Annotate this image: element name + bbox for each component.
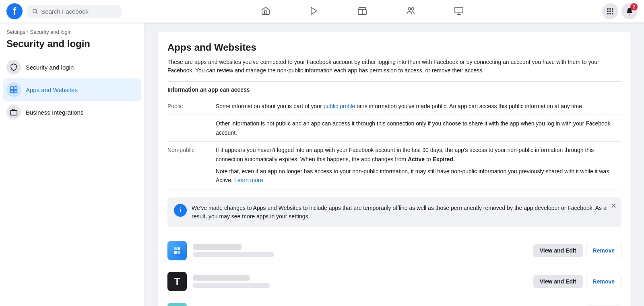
breadcrumb: Settings › Security and login bbox=[3, 29, 141, 35]
grid-icon bbox=[606, 7, 614, 15]
sidebar-item-apps-websites[interactable]: Apps and Websites bbox=[3, 78, 141, 101]
app-item-1: View and Edit Remove bbox=[167, 235, 621, 266]
groups-icon bbox=[406, 6, 415, 16]
sidebar-item-icon-business bbox=[6, 105, 21, 119]
sidebar-item-business[interactable]: Business Integrations bbox=[3, 101, 141, 123]
table-row-public: Public Some information about you is par… bbox=[167, 98, 621, 115]
public-text-before: Some information about you is part of yo… bbox=[216, 103, 324, 109]
app-info-2 bbox=[193, 275, 527, 288]
nonpublic-text-mid: to bbox=[425, 156, 432, 162]
info-banner-text: We've made changes to Apps and Websites … bbox=[192, 204, 615, 221]
remove-button-2[interactable]: Remove bbox=[586, 275, 621, 288]
sidebar-item-label-security: Security and login bbox=[26, 64, 74, 71]
app-actions-2: View and Edit Remove bbox=[533, 275, 621, 288]
divider-1 bbox=[167, 81, 621, 82]
gaming-icon bbox=[454, 6, 464, 16]
nav-marketplace[interactable] bbox=[338, 2, 386, 21]
svg-rect-10 bbox=[607, 8, 609, 10]
breadcrumb-current: Security and login bbox=[30, 29, 72, 35]
nonpublic-text-line2: Note that, even if an app no longer has … bbox=[216, 167, 621, 185]
page-description: These are apps and websites you've conne… bbox=[167, 58, 621, 75]
grid-menu-button[interactable] bbox=[602, 3, 618, 19]
sidebar-item-label-business: Business Integrations bbox=[26, 109, 83, 116]
notification-count: 2 bbox=[630, 3, 638, 10]
table-label-public: Public bbox=[167, 98, 216, 115]
learn-more-link[interactable]: Learn more bbox=[234, 177, 263, 183]
svg-rect-26 bbox=[178, 247, 180, 250]
app-list: View and Edit Remove T View and Edit bbox=[167, 235, 621, 306]
banner-close-button[interactable]: ✕ bbox=[611, 202, 617, 209]
search-bar[interactable] bbox=[26, 5, 122, 18]
app-icon-1-svg bbox=[171, 245, 183, 256]
table-row-other: Other information is not public and an a… bbox=[167, 115, 621, 142]
remove-button-1[interactable]: Remove bbox=[586, 244, 621, 257]
svg-line-1 bbox=[36, 12, 37, 14]
svg-rect-15 bbox=[612, 10, 613, 12]
search-icon bbox=[32, 8, 38, 14]
app-icon-1 bbox=[167, 241, 187, 260]
svg-rect-17 bbox=[609, 13, 611, 14]
notification-bell-button[interactable]: 2 bbox=[621, 3, 638, 19]
svg-rect-23 bbox=[10, 111, 17, 115]
svg-rect-24 bbox=[171, 245, 183, 256]
nonpublic-text-before: If it appears you haven't logged into an… bbox=[216, 147, 594, 162]
app-actions-1: View and Edit Remove bbox=[533, 244, 621, 257]
svg-rect-22 bbox=[14, 90, 17, 93]
app-info-1 bbox=[193, 244, 527, 257]
svg-point-6 bbox=[411, 8, 414, 10]
facebook-logo[interactable]: f bbox=[6, 3, 23, 19]
shield-icon bbox=[10, 63, 18, 71]
svg-rect-21 bbox=[10, 90, 14, 93]
nav-right: 2 bbox=[602, 3, 638, 19]
table-label-nonpublic: Non-public bbox=[167, 142, 216, 189]
sidebar-title: Security and login bbox=[3, 38, 141, 56]
breadcrumb-parent[interactable]: Settings bbox=[6, 29, 25, 35]
app-item-3: View and Edit Remove bbox=[167, 297, 621, 306]
content-card: Apps and Websites These are apps and web… bbox=[158, 32, 631, 306]
svg-rect-13 bbox=[607, 10, 609, 12]
svg-rect-20 bbox=[14, 87, 17, 90]
main-content: Apps and Websites These are apps and web… bbox=[145, 23, 644, 306]
apps-icon bbox=[10, 86, 18, 94]
nav-icons bbox=[122, 2, 602, 21]
svg-rect-25 bbox=[174, 247, 177, 250]
table-label-other bbox=[167, 115, 216, 142]
nonpublic-text-line1: If it appears you haven't logged into an… bbox=[216, 146, 621, 164]
nav-home[interactable] bbox=[242, 2, 290, 21]
public-text-after: or is information you've made public. An… bbox=[355, 103, 584, 109]
app-name-2 bbox=[193, 275, 250, 281]
view-edit-button-2[interactable]: View and Edit bbox=[533, 275, 583, 288]
svg-rect-18 bbox=[612, 13, 613, 14]
svg-point-5 bbox=[408, 8, 411, 10]
svg-rect-28 bbox=[178, 251, 180, 254]
view-edit-button-1[interactable]: View and Edit bbox=[533, 244, 583, 257]
svg-rect-27 bbox=[174, 251, 177, 254]
nav-gaming[interactable] bbox=[435, 2, 483, 21]
main-layout: Settings › Security and login Security a… bbox=[0, 23, 644, 306]
app-sub-1 bbox=[193, 252, 274, 257]
svg-rect-14 bbox=[609, 10, 611, 12]
public-profile-link[interactable]: public profile bbox=[324, 103, 355, 109]
app-icon-3 bbox=[167, 303, 187, 306]
svg-rect-19 bbox=[10, 87, 14, 90]
app-name-1 bbox=[193, 244, 242, 250]
svg-rect-12 bbox=[612, 8, 613, 10]
info-table: Public Some information about you is par… bbox=[167, 98, 621, 189]
info-section-title: Information an app can access bbox=[167, 86, 621, 93]
watch-icon bbox=[309, 6, 319, 16]
sidebar: Settings › Security and login Security a… bbox=[0, 23, 145, 306]
svg-rect-7 bbox=[455, 7, 463, 13]
app-icon-letter-2: T bbox=[174, 276, 180, 287]
search-input[interactable] bbox=[41, 8, 116, 15]
app-icon-2: T bbox=[167, 272, 187, 291]
svg-rect-16 bbox=[607, 13, 609, 14]
sidebar-item-label-apps: Apps and Websites bbox=[26, 86, 78, 93]
app-sub-2 bbox=[193, 283, 270, 288]
sidebar-item-security-login[interactable]: Security and login bbox=[3, 56, 141, 78]
svg-rect-11 bbox=[609, 8, 611, 10]
home-icon bbox=[261, 6, 270, 16]
table-cell-other: Other information is not public and an a… bbox=[216, 115, 621, 142]
nav-watch[interactable] bbox=[290, 2, 338, 21]
marketplace-icon bbox=[357, 6, 367, 16]
nav-groups[interactable] bbox=[386, 2, 435, 21]
